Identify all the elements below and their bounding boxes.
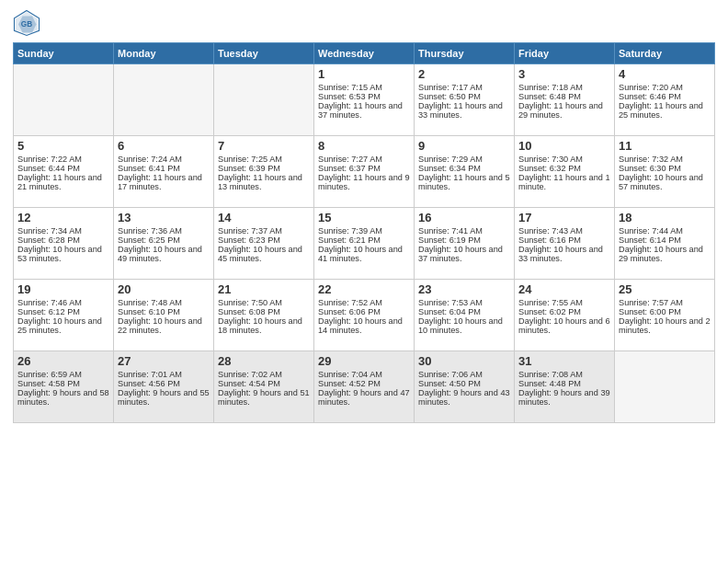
day-info: Sunset: 6:32 PM: [518, 164, 610, 173]
week-row-1: 1Sunrise: 7:15 AMSunset: 6:53 PMDaylight…: [14, 64, 715, 136]
col-header-saturday: Saturday: [615, 43, 715, 64]
day-info: Sunrise: 7:01 AM: [118, 370, 210, 379]
day-info: Sunset: 6:25 PM: [118, 236, 210, 245]
day-info: Sunrise: 7:06 AM: [418, 370, 510, 379]
day-info: Sunset: 6:16 PM: [518, 236, 610, 245]
day-number: 28: [218, 354, 310, 368]
day-cell: 9Sunrise: 7:29 AMSunset: 6:34 PMDaylight…: [415, 136, 515, 208]
day-cell: 17Sunrise: 7:43 AMSunset: 6:16 PMDayligh…: [515, 208, 615, 280]
day-cell: [214, 64, 314, 136]
calendar-table: SundayMondayTuesdayWednesdayThursdayFrid…: [13, 42, 715, 423]
day-info: Daylight: 11 hours and 33 minutes.: [418, 101, 510, 120]
day-number: 19: [17, 282, 109, 296]
day-number: 11: [619, 139, 711, 153]
day-info: Daylight: 10 hours and 29 minutes.: [619, 245, 711, 263]
day-info: Daylight: 11 hours and 25 minutes.: [619, 101, 711, 120]
col-header-wednesday: Wednesday: [314, 43, 415, 64]
day-number: 15: [318, 211, 410, 224]
day-info: Sunrise: 7:57 AM: [619, 298, 711, 307]
day-info: Sunset: 6:23 PM: [218, 236, 310, 245]
day-info: Sunset: 6:10 PM: [118, 307, 210, 316]
day-cell: 11Sunrise: 7:32 AMSunset: 6:30 PMDayligh…: [615, 136, 715, 208]
day-number: 27: [118, 354, 210, 368]
day-info: Sunset: 6:00 PM: [619, 307, 711, 316]
day-cell: 14Sunrise: 7:37 AMSunset: 6:23 PMDayligh…: [214, 208, 314, 280]
day-info: Sunset: 6:28 PM: [17, 236, 109, 245]
day-info: Sunrise: 7:29 AM: [418, 155, 510, 164]
day-info: Sunrise: 7:04 AM: [318, 370, 410, 379]
day-cell: 15Sunrise: 7:39 AMSunset: 6:21 PMDayligh…: [314, 208, 415, 280]
day-info: Sunrise: 7:30 AM: [518, 155, 610, 164]
day-cell: 21Sunrise: 7:50 AMSunset: 6:08 PMDayligh…: [214, 280, 314, 351]
day-number: 18: [619, 211, 711, 224]
day-cell: 19Sunrise: 7:46 AMSunset: 6:12 PMDayligh…: [14, 280, 114, 351]
day-cell: 18Sunrise: 7:44 AMSunset: 6:14 PMDayligh…: [615, 208, 715, 280]
day-info: Sunrise: 7:44 AM: [619, 226, 711, 236]
day-number: 7: [218, 139, 310, 153]
day-info: Sunrise: 7:39 AM: [318, 226, 410, 236]
day-info: Sunset: 6:12 PM: [17, 307, 109, 316]
day-number: 29: [318, 354, 410, 368]
day-number: 2: [418, 67, 510, 81]
day-info: Sunrise: 7:15 AM: [318, 83, 410, 92]
day-info: Sunrise: 7:24 AM: [118, 155, 210, 164]
week-row-3: 12Sunrise: 7:34 AMSunset: 6:28 PMDayligh…: [14, 208, 715, 280]
day-cell: [114, 64, 214, 136]
day-cell: 20Sunrise: 7:48 AMSunset: 6:10 PMDayligh…: [114, 280, 214, 351]
day-info: Sunset: 6:44 PM: [17, 164, 109, 173]
day-info: Sunrise: 7:50 AM: [218, 298, 310, 307]
day-number: 12: [17, 211, 109, 224]
day-info: Sunrise: 7:08 AM: [518, 370, 610, 379]
day-info: Sunrise: 7:43 AM: [518, 226, 610, 236]
day-info: Daylight: 11 hours and 9 minutes.: [318, 173, 410, 191]
day-info: Daylight: 9 hours and 51 minutes.: [218, 388, 310, 407]
day-info: Sunset: 6:34 PM: [418, 164, 510, 173]
day-info: Sunrise: 7:02 AM: [218, 370, 310, 379]
day-cell: 26Sunrise: 6:59 AMSunset: 4:58 PMDayligh…: [14, 351, 114, 423]
day-number: 3: [518, 67, 610, 81]
day-cell: 12Sunrise: 7:34 AMSunset: 6:28 PMDayligh…: [14, 208, 114, 280]
day-info: Daylight: 10 hours and 6 minutes.: [518, 316, 610, 335]
day-info: Daylight: 10 hours and 25 minutes.: [17, 316, 109, 335]
day-info: Sunset: 6:02 PM: [518, 307, 610, 316]
day-number: 31: [518, 354, 610, 368]
col-header-monday: Monday: [114, 43, 214, 64]
day-info: Sunrise: 6:59 AM: [17, 370, 109, 379]
week-row-5: 26Sunrise: 6:59 AMSunset: 4:58 PMDayligh…: [14, 351, 715, 423]
day-cell: [615, 351, 715, 423]
col-header-thursday: Thursday: [415, 43, 515, 64]
day-info: Daylight: 11 hours and 29 minutes.: [518, 101, 610, 120]
day-info: Sunrise: 7:17 AM: [418, 83, 510, 92]
day-info: Sunrise: 7:36 AM: [118, 226, 210, 236]
day-info: Daylight: 9 hours and 43 minutes.: [418, 388, 510, 407]
col-header-tuesday: Tuesday: [214, 43, 314, 64]
col-header-sunday: Sunday: [14, 43, 114, 64]
day-info: Daylight: 11 hours and 5 minutes.: [418, 173, 510, 191]
day-info: Sunset: 6:46 PM: [619, 92, 711, 101]
day-info: Sunset: 4:58 PM: [17, 379, 109, 388]
day-cell: 8Sunrise: 7:27 AMSunset: 6:37 PMDaylight…: [314, 136, 415, 208]
day-cell: 24Sunrise: 7:55 AMSunset: 6:02 PMDayligh…: [515, 280, 615, 351]
day-info: Sunset: 6:21 PM: [318, 236, 410, 245]
day-number: 23: [418, 282, 510, 296]
day-info: Sunset: 4:50 PM: [418, 379, 510, 388]
day-info: Daylight: 10 hours and 41 minutes.: [318, 245, 410, 263]
day-number: 21: [218, 282, 310, 296]
day-info: Daylight: 10 hours and 10 minutes.: [418, 316, 510, 335]
day-cell: 1Sunrise: 7:15 AMSunset: 6:53 PMDaylight…: [314, 64, 415, 136]
day-info: Daylight: 11 hours and 37 minutes.: [318, 101, 410, 120]
day-cell: 5Sunrise: 7:22 AMSunset: 6:44 PMDaylight…: [14, 136, 114, 208]
day-info: Sunrise: 7:53 AM: [418, 298, 510, 307]
day-info: Sunrise: 7:22 AM: [17, 155, 109, 164]
day-number: 8: [318, 139, 410, 153]
day-info: Sunrise: 7:55 AM: [518, 298, 610, 307]
day-cell: 22Sunrise: 7:52 AMSunset: 6:06 PMDayligh…: [314, 280, 415, 351]
day-info: Sunrise: 7:34 AM: [17, 226, 109, 236]
day-cell: 23Sunrise: 7:53 AMSunset: 6:04 PMDayligh…: [415, 280, 515, 351]
day-cell: 7Sunrise: 7:25 AMSunset: 6:39 PMDaylight…: [214, 136, 314, 208]
day-number: 6: [118, 139, 210, 153]
day-info: Sunset: 4:48 PM: [518, 379, 610, 388]
day-cell: 28Sunrise: 7:02 AMSunset: 4:54 PMDayligh…: [214, 351, 314, 423]
day-number: 16: [418, 211, 510, 224]
day-info: Daylight: 10 hours and 22 minutes.: [118, 316, 210, 335]
